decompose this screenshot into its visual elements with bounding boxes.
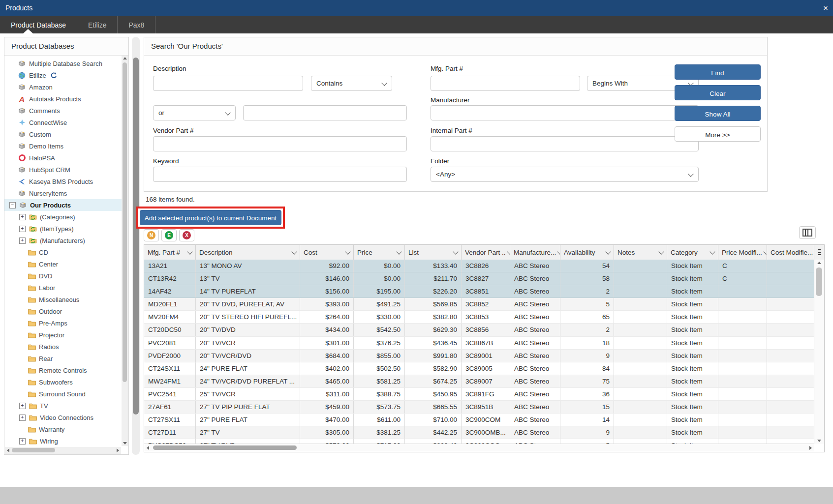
column-header-manufacture[interactable]: Manufacture...: [510, 245, 560, 260]
table-row[interactable]: 27AF6127" TV PIP PURE FLAT$459.00$573.75…: [144, 401, 814, 414]
tree-item-outdoor[interactable]: Outdoor: [4, 305, 122, 317]
sort-chevron-icon[interactable]: [763, 249, 767, 254]
table-row[interactable]: MD20FL120" TV DVD, PUREFLAT, AV$393.00$4…: [144, 298, 814, 311]
column-header-cost-modifie[interactable]: Cost Modifie...: [767, 245, 814, 260]
tree-item-miscellaneous[interactable]: Miscellaneous: [4, 294, 122, 305]
table-row[interactable]: CT27SX1127" PURE FLAT$470.00$611.00$710.…: [144, 414, 814, 426]
column-header-category[interactable]: Category: [667, 245, 718, 260]
scroll-down-icon[interactable]: [123, 442, 127, 445]
tree-item-nurseryitems[interactable]: NurseryItems: [4, 187, 122, 199]
tree-item-dvd[interactable]: DVD: [4, 270, 122, 282]
collapse-expander-icon[interactable]: −: [9, 202, 16, 208]
table-row[interactable]: 14AF4214" TV PUREFLAT$156.00$195.00$226.…: [144, 285, 814, 298]
tree-item-subwoofers[interactable]: Subwoofers: [4, 376, 122, 388]
tree-item-labor[interactable]: Labor: [4, 282, 122, 294]
sort-chevron-icon[interactable]: [291, 249, 297, 254]
sort-chevron-icon[interactable]: [710, 249, 715, 254]
table-row[interactable]: CT24SX1124" PURE FLAT$402.00$502.50$582.…: [144, 362, 814, 375]
tree-item-surround-sound[interactable]: Surround Sound: [4, 388, 122, 400]
tree-item-wiring[interactable]: +Wiring: [4, 435, 122, 446]
table-row[interactable]: PVC254125" TV/VCR$311.00$388.75$450.953C…: [144, 388, 814, 401]
keyword-input[interactable]: [153, 167, 407, 182]
tree-item-comments[interactable]: Comments: [4, 105, 122, 117]
manufacturer-input[interactable]: [431, 105, 699, 120]
find-button[interactable]: Find: [675, 64, 761, 80]
column-header-notes[interactable]: Notes: [614, 245, 667, 260]
column-header-vendor-part[interactable]: Vendor Part ..: [462, 245, 510, 260]
folder-select[interactable]: <Any>: [431, 167, 699, 182]
secondary-description-input[interactable]: [243, 105, 407, 120]
table-row[interactable]: PVC208120" TV/VCR$301.00$376.25$436.453C…: [144, 337, 814, 350]
sort-chevron-icon[interactable]: [658, 249, 664, 254]
column-header-mfg-part[interactable]: Mfg. Part #: [144, 245, 196, 260]
scrollbar-thumb[interactable]: [133, 58, 139, 415]
table-vertical-scrollbar[interactable]: [814, 260, 824, 444]
sidebar-vertical-scrollbar[interactable]: [122, 56, 128, 446]
tree-item-tv[interactable]: +TV: [4, 400, 122, 412]
expand-expander-icon[interactable]: +: [19, 237, 26, 244]
scrollbar-thumb[interactable]: [123, 62, 127, 382]
description-match-select[interactable]: Contains: [311, 76, 392, 91]
vendor-part-input[interactable]: [153, 136, 407, 151]
tree-item-hubspot-crm[interactable]: HubSpot CRM: [4, 164, 122, 176]
tree-item-kaseya-bms-products[interactable]: Kaseya BMS Products: [4, 176, 122, 187]
column-header-availability[interactable]: Availability: [560, 245, 614, 260]
scroll-left-icon[interactable]: [147, 446, 149, 450]
tab-pax8[interactable]: Pax8: [118, 16, 155, 33]
expand-expander-icon[interactable]: +: [19, 415, 26, 421]
mfg-part-input[interactable]: [431, 76, 580, 91]
tree-item-radios[interactable]: Radios: [4, 341, 122, 353]
table-row[interactable]: CT20DC5020" TV/DVD$434.00$542.50$629.303…: [144, 324, 814, 336]
column-header-price[interactable]: Price: [354, 245, 405, 260]
boolean-operator-select[interactable]: or: [153, 105, 236, 120]
table-row[interactable]: MV20FM420" TV STEREO HIFI PUREFL...$264.…: [144, 311, 814, 324]
tree-item-rear[interactable]: Rear: [4, 353, 122, 364]
scroll-right-icon[interactable]: [809, 446, 812, 450]
tree-item-itemtypes[interactable]: +(ItemTypes): [4, 223, 122, 235]
column-chooser-button[interactable]: [799, 226, 816, 239]
grid-menu-button[interactable]: [814, 245, 824, 260]
tree-item-center[interactable]: Center: [4, 258, 122, 270]
table-row[interactable]: PVDF200020" TV/VCR/DVD$684.00$855.00$991…: [144, 350, 814, 362]
table-row[interactable]: 13A2113" MONO AV$92.00$0.00$133.403C8826…: [144, 260, 814, 272]
scrollbar-thumb[interactable]: [153, 445, 297, 450]
sort-chevron-icon[interactable]: [507, 249, 510, 254]
tree-item-amazon[interactable]: Amazon: [4, 81, 122, 93]
add-to-document-button[interactable]: Add selected product(s) to current Docum…: [140, 210, 281, 225]
x-badge-button[interactable]: X: [179, 229, 194, 241]
tree-item-pre-amps[interactable]: Pre-Amps: [4, 317, 122, 329]
scroll-down-icon[interactable]: [817, 440, 821, 442]
scroll-left-icon[interactable]: [7, 448, 9, 452]
expand-expander-icon[interactable]: +: [19, 226, 26, 232]
show-all-button[interactable]: Show All: [675, 106, 761, 121]
expand-expander-icon[interactable]: +: [19, 403, 26, 409]
tree-item-video-connections[interactable]: +Video Connections: [4, 412, 122, 423]
column-header-description[interactable]: Description: [196, 245, 300, 260]
column-header-list[interactable]: List: [405, 245, 462, 260]
sort-chevron-icon[interactable]: [396, 249, 401, 254]
tree-item-halopsa[interactable]: HaloPSA: [4, 152, 122, 164]
tree-item-manufacturers[interactable]: +(Manufacturers): [4, 235, 122, 246]
close-icon[interactable]: ×: [823, 0, 828, 16]
sort-chevron-icon[interactable]: [187, 249, 192, 254]
scroll-right-icon[interactable]: [117, 448, 119, 452]
tab-product-database[interactable]: Product Database: [0, 16, 77, 33]
n-badge-button[interactable]: N: [144, 229, 159, 241]
tree-item-warranty[interactable]: Warranty: [4, 423, 122, 435]
sort-chevron-icon[interactable]: [345, 249, 350, 254]
table-row[interactable]: CT13R4213" TV$146.00$0.00$211.703C8827AB…: [144, 272, 814, 285]
tree-item-etilize[interactable]: Etilize: [4, 69, 122, 81]
main-pane-vertical-scrollbar[interactable]: [132, 37, 140, 455]
scrollbar-thumb[interactable]: [12, 448, 55, 452]
tree-item-custom[interactable]: Custom: [4, 128, 122, 140]
clear-button[interactable]: Clear: [675, 85, 761, 100]
tree-item-our-products[interactable]: −Our Products: [4, 199, 122, 211]
tree-item-cd[interactable]: CD: [4, 246, 122, 258]
column-header-cost[interactable]: Cost: [300, 245, 354, 260]
tree-item-autotask-products[interactable]: AAutotask Products: [4, 93, 122, 105]
expand-expander-icon[interactable]: +: [19, 214, 26, 220]
table-row[interactable]: MW24FM124" TV/VCR/DVD PUREFLAT ...$465.0…: [144, 375, 814, 388]
sidebar-horizontal-scrollbar[interactable]: [5, 447, 121, 454]
e-badge-button[interactable]: E: [161, 229, 177, 241]
sort-chevron-icon[interactable]: [453, 249, 458, 254]
